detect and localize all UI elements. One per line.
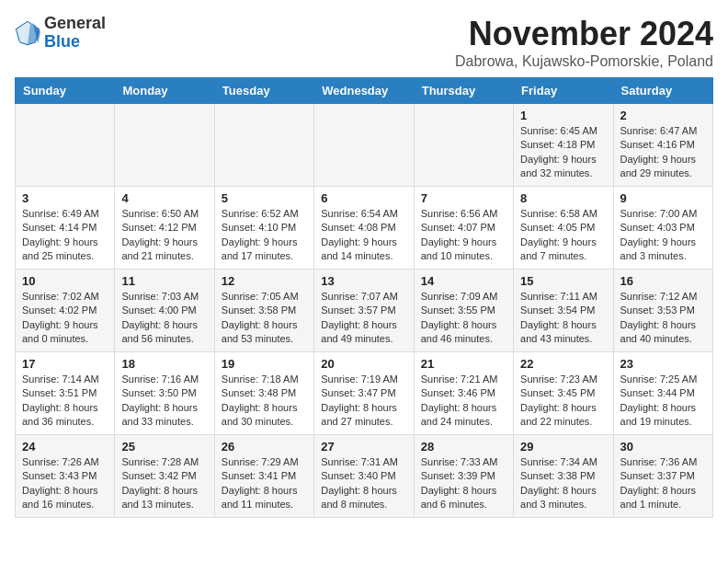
day-number: 21 bbox=[421, 357, 506, 371]
calendar-week-row: 17Sunrise: 7:14 AM Sunset: 3:51 PM Dayli… bbox=[16, 352, 713, 435]
day-number: 13 bbox=[321, 274, 406, 288]
day-number: 25 bbox=[121, 440, 207, 454]
day-number: 14 bbox=[421, 274, 506, 288]
calendar-cell: 29Sunrise: 7:34 AM Sunset: 3:38 PM Dayli… bbox=[514, 435, 613, 518]
day-info: Sunrise: 6:56 AM Sunset: 4:07 PM Dayligh… bbox=[421, 207, 506, 264]
day-info: Sunrise: 7:28 AM Sunset: 3:42 PM Dayligh… bbox=[121, 455, 207, 512]
day-info: Sunrise: 7:12 AM Sunset: 3:53 PM Dayligh… bbox=[620, 290, 706, 347]
calendar-cell: 24Sunrise: 7:26 AM Sunset: 3:43 PM Dayli… bbox=[16, 435, 115, 518]
day-number: 11 bbox=[121, 274, 207, 288]
weekday-header-cell: Thursday bbox=[414, 78, 513, 104]
day-number: 12 bbox=[222, 274, 307, 288]
logo-general: General bbox=[44, 14, 106, 32]
calendar-cell: 30Sunrise: 7:36 AM Sunset: 3:37 PM Dayli… bbox=[613, 435, 712, 518]
calendar-cell: 7Sunrise: 6:56 AM Sunset: 4:07 PM Daylig… bbox=[414, 187, 513, 270]
calendar-body: 1Sunrise: 6:45 AM Sunset: 4:18 PM Daylig… bbox=[16, 104, 713, 518]
day-info: Sunrise: 7:14 AM Sunset: 3:51 PM Dayligh… bbox=[22, 373, 108, 430]
day-number: 24 bbox=[22, 440, 108, 454]
day-number: 30 bbox=[620, 440, 706, 454]
calendar-cell bbox=[214, 104, 313, 187]
calendar-cell: 8Sunrise: 6:58 AM Sunset: 4:05 PM Daylig… bbox=[514, 187, 613, 270]
day-number: 9 bbox=[620, 191, 706, 205]
calendar-cell bbox=[115, 104, 214, 187]
day-info: Sunrise: 7:11 AM Sunset: 3:54 PM Dayligh… bbox=[520, 290, 606, 347]
calendar-cell: 17Sunrise: 7:14 AM Sunset: 3:51 PM Dayli… bbox=[16, 352, 115, 435]
day-number: 10 bbox=[22, 274, 108, 288]
day-info: Sunrise: 7:03 AM Sunset: 4:00 PM Dayligh… bbox=[121, 290, 207, 347]
calendar-cell: 5Sunrise: 6:52 AM Sunset: 4:10 PM Daylig… bbox=[214, 187, 313, 270]
calendar-cell: 23Sunrise: 7:25 AM Sunset: 3:44 PM Dayli… bbox=[613, 352, 712, 435]
calendar-cell: 9Sunrise: 7:00 AM Sunset: 4:03 PM Daylig… bbox=[613, 187, 712, 270]
day-number: 29 bbox=[520, 440, 606, 454]
day-number: 4 bbox=[121, 191, 207, 205]
day-info: Sunrise: 6:50 AM Sunset: 4:12 PM Dayligh… bbox=[121, 207, 207, 264]
day-info: Sunrise: 7:02 AM Sunset: 4:02 PM Dayligh… bbox=[22, 290, 108, 347]
day-info: Sunrise: 6:49 AM Sunset: 4:14 PM Dayligh… bbox=[22, 207, 108, 264]
day-info: Sunrise: 7:16 AM Sunset: 3:50 PM Dayligh… bbox=[121, 373, 207, 430]
day-info: Sunrise: 6:47 AM Sunset: 4:16 PM Dayligh… bbox=[620, 124, 706, 181]
day-info: Sunrise: 7:36 AM Sunset: 3:37 PM Dayligh… bbox=[620, 455, 706, 512]
day-info: Sunrise: 7:21 AM Sunset: 3:46 PM Dayligh… bbox=[421, 373, 506, 430]
day-number: 16 bbox=[620, 274, 706, 288]
day-info: Sunrise: 7:00 AM Sunset: 4:03 PM Dayligh… bbox=[620, 207, 706, 264]
day-info: Sunrise: 7:25 AM Sunset: 3:44 PM Dayligh… bbox=[620, 373, 706, 430]
day-info: Sunrise: 7:09 AM Sunset: 3:55 PM Dayligh… bbox=[421, 290, 506, 347]
day-number: 3 bbox=[22, 191, 108, 205]
header-area: General Blue November 2024 Dabrowa, Kuja… bbox=[15, 15, 713, 70]
calendar-cell: 18Sunrise: 7:16 AM Sunset: 3:50 PM Dayli… bbox=[115, 352, 214, 435]
day-number: 22 bbox=[520, 357, 606, 371]
calendar-cell: 28Sunrise: 7:33 AM Sunset: 3:39 PM Dayli… bbox=[414, 435, 513, 518]
day-number: 19 bbox=[222, 357, 307, 371]
calendar-cell: 10Sunrise: 7:02 AM Sunset: 4:02 PM Dayli… bbox=[16, 270, 115, 352]
day-number: 15 bbox=[520, 274, 606, 288]
day-number: 20 bbox=[321, 357, 406, 371]
weekday-header-row: SundayMondayTuesdayWednesdayThursdayFrid… bbox=[16, 78, 713, 104]
calendar-cell bbox=[414, 104, 513, 187]
day-number: 26 bbox=[222, 440, 307, 454]
day-info: Sunrise: 6:52 AM Sunset: 4:10 PM Dayligh… bbox=[222, 207, 307, 264]
location-title: Dabrowa, Kujawsko-Pomorskie, Poland bbox=[455, 53, 713, 70]
calendar-cell: 4Sunrise: 6:50 AM Sunset: 4:12 PM Daylig… bbox=[115, 187, 214, 270]
weekday-header-cell: Monday bbox=[115, 78, 214, 104]
logo-blue: Blue bbox=[44, 32, 80, 51]
calendar-table: SundayMondayTuesdayWednesdayThursdayFrid… bbox=[15, 77, 713, 518]
weekday-header-cell: Saturday bbox=[613, 78, 712, 104]
day-number: 8 bbox=[520, 191, 606, 205]
calendar-week-row: 24Sunrise: 7:26 AM Sunset: 3:43 PM Dayli… bbox=[16, 435, 713, 518]
day-info: Sunrise: 6:54 AM Sunset: 4:08 PM Dayligh… bbox=[321, 207, 406, 264]
calendar-cell: 22Sunrise: 7:23 AM Sunset: 3:45 PM Dayli… bbox=[514, 352, 613, 435]
logo-icon bbox=[15, 20, 40, 46]
weekday-header-cell: Friday bbox=[514, 78, 613, 104]
day-number: 7 bbox=[421, 191, 506, 205]
day-info: Sunrise: 6:58 AM Sunset: 4:05 PM Dayligh… bbox=[520, 207, 606, 264]
title-block: November 2024 Dabrowa, Kujawsko-Pomorski… bbox=[455, 15, 713, 70]
month-title: November 2024 bbox=[455, 15, 713, 53]
calendar-cell: 14Sunrise: 7:09 AM Sunset: 3:55 PM Dayli… bbox=[414, 270, 513, 352]
day-info: Sunrise: 7:23 AM Sunset: 3:45 PM Dayligh… bbox=[520, 373, 606, 430]
calendar-week-row: 10Sunrise: 7:02 AM Sunset: 4:02 PM Dayli… bbox=[16, 270, 713, 352]
calendar-cell: 19Sunrise: 7:18 AM Sunset: 3:48 PM Dayli… bbox=[214, 352, 313, 435]
day-info: Sunrise: 7:18 AM Sunset: 3:48 PM Dayligh… bbox=[222, 373, 307, 430]
calendar-cell: 12Sunrise: 7:05 AM Sunset: 3:58 PM Dayli… bbox=[214, 270, 313, 352]
day-number: 5 bbox=[222, 191, 307, 205]
day-number: 2 bbox=[620, 109, 706, 122]
weekday-header-cell: Wednesday bbox=[314, 78, 414, 104]
day-info: Sunrise: 7:34 AM Sunset: 3:38 PM Dayligh… bbox=[520, 455, 606, 512]
day-info: Sunrise: 7:19 AM Sunset: 3:47 PM Dayligh… bbox=[321, 373, 406, 430]
day-number: 6 bbox=[321, 191, 406, 205]
calendar-cell: 6Sunrise: 6:54 AM Sunset: 4:08 PM Daylig… bbox=[314, 187, 414, 270]
calendar-cell bbox=[314, 104, 414, 187]
calendar-cell: 15Sunrise: 7:11 AM Sunset: 3:54 PM Dayli… bbox=[514, 270, 613, 352]
day-info: Sunrise: 6:45 AM Sunset: 4:18 PM Dayligh… bbox=[520, 124, 606, 181]
calendar-cell: 13Sunrise: 7:07 AM Sunset: 3:57 PM Dayli… bbox=[314, 270, 414, 352]
calendar-cell: 26Sunrise: 7:29 AM Sunset: 3:41 PM Dayli… bbox=[214, 435, 313, 518]
day-info: Sunrise: 7:33 AM Sunset: 3:39 PM Dayligh… bbox=[421, 455, 506, 512]
logo-text: General Blue bbox=[44, 15, 106, 52]
calendar-cell: 2Sunrise: 6:47 AM Sunset: 4:16 PM Daylig… bbox=[613, 104, 712, 187]
day-info: Sunrise: 7:05 AM Sunset: 3:58 PM Dayligh… bbox=[222, 290, 307, 347]
weekday-header-cell: Tuesday bbox=[214, 78, 313, 104]
logo: General Blue bbox=[15, 15, 106, 52]
calendar-week-row: 3Sunrise: 6:49 AM Sunset: 4:14 PM Daylig… bbox=[16, 187, 713, 270]
day-number: 18 bbox=[121, 357, 207, 371]
calendar-cell: 20Sunrise: 7:19 AM Sunset: 3:47 PM Dayli… bbox=[314, 352, 414, 435]
